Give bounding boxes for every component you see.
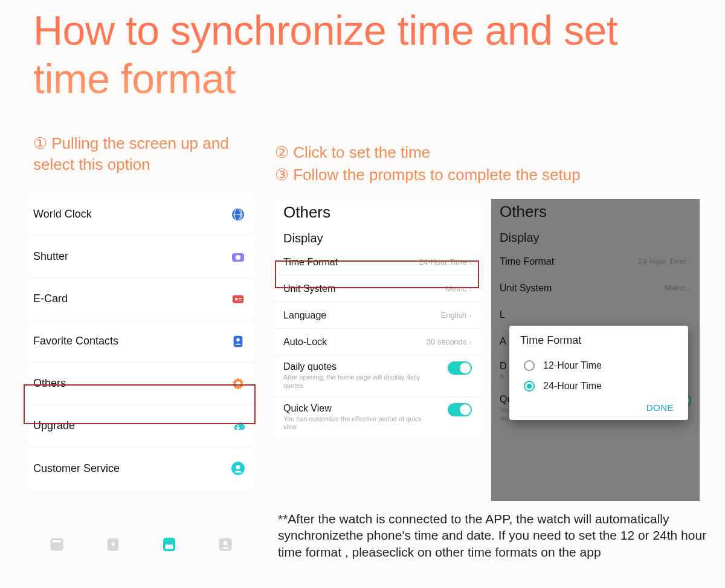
setting-language[interactable]: Language English› bbox=[275, 302, 480, 329]
settings-header-bg: Others bbox=[491, 199, 700, 222]
svg-point-18 bbox=[223, 541, 227, 545]
headset-icon bbox=[230, 460, 246, 476]
settings-header: Others bbox=[275, 199, 480, 223]
bg-row: L bbox=[491, 302, 700, 328]
svg-point-8 bbox=[236, 338, 240, 341]
step-3-text: ③ Follow the prompts to complete the set… bbox=[275, 164, 698, 186]
setting-quick-view[interactable]: Quick View You can customize the effecti… bbox=[275, 397, 480, 438]
menu-item-customer-service[interactable]: Customer Service bbox=[28, 447, 253, 489]
camera-icon bbox=[230, 249, 246, 265]
setting-label: Daily quotes bbox=[283, 361, 422, 372]
settings-section: Display bbox=[275, 223, 480, 249]
menu-item-label: Others bbox=[33, 377, 66, 390]
nav-icon-3-active[interactable] bbox=[160, 535, 178, 554]
setting-value: 30 seconds› bbox=[427, 337, 472, 347]
menu-item-world-clock[interactable]: World Clock bbox=[28, 193, 253, 236]
menu-item-label: Upgrade bbox=[33, 419, 75, 432]
dialog-option-12h[interactable]: 12-Hour Time bbox=[520, 355, 677, 376]
radio-checked-icon bbox=[524, 381, 535, 392]
chevron-right-icon: › bbox=[469, 311, 472, 320]
menu-item-label: E-Card bbox=[33, 292, 68, 305]
svg-rect-12 bbox=[50, 538, 63, 551]
setting-label: Unit System bbox=[283, 283, 335, 294]
chevron-right-icon: › bbox=[469, 337, 472, 347]
menu-item-label: World Clock bbox=[33, 208, 92, 221]
svg-rect-5 bbox=[239, 298, 242, 299]
menu-item-label: Favorite Contacts bbox=[33, 335, 118, 347]
dialog-option-label: 24-Hour Time bbox=[543, 381, 602, 392]
dialog-title: Time Format bbox=[520, 334, 677, 347]
dialog-option-24h[interactable]: 24-Hour Time bbox=[520, 376, 677, 396]
dialog-option-label: 12-Hour Time bbox=[543, 360, 602, 371]
setting-daily-quotes[interactable]: Daily quotes After opening, the home pag… bbox=[275, 355, 480, 397]
toggle-on-icon[interactable] bbox=[448, 361, 472, 375]
setting-label: Language bbox=[283, 310, 326, 321]
chevron-right-icon: › bbox=[469, 284, 472, 294]
menu-item-upgrade[interactable]: Upgrade bbox=[28, 405, 253, 447]
nav-icon-2[interactable] bbox=[104, 535, 122, 554]
setting-label: Time Format bbox=[283, 257, 338, 268]
setting-value: Metric› bbox=[445, 284, 472, 294]
settings-panel-dimmed: Others Display Time Format 24-Hour Time›… bbox=[491, 199, 700, 501]
menu-item-ecard[interactable]: E-Card bbox=[28, 278, 253, 320]
svg-point-4 bbox=[235, 297, 238, 300]
card-icon bbox=[230, 291, 246, 307]
setting-value: English› bbox=[441, 311, 472, 320]
contacts-icon bbox=[230, 334, 246, 349]
bottom-nav bbox=[28, 532, 253, 554]
settings-panel: Others Display Time Format 24-Hour Time›… bbox=[275, 199, 480, 438]
chevron-right-icon: › bbox=[469, 257, 472, 267]
svg-rect-16 bbox=[165, 544, 173, 549]
setting-desc: You can customize the effective period o… bbox=[283, 415, 422, 432]
step-2-text: ② Click to set the time bbox=[275, 142, 698, 163]
setting-label: Auto-Lock bbox=[283, 337, 327, 347]
setting-unit-system[interactable]: Unit System Metric› bbox=[275, 276, 480, 302]
menu-item-favorite-contacts[interactable]: Favorite Contacts bbox=[28, 320, 253, 363]
globe-icon bbox=[230, 207, 246, 222]
svg-rect-3 bbox=[233, 295, 243, 303]
settings-section-bg: Display bbox=[491, 222, 700, 248]
cloud-download-icon bbox=[230, 418, 246, 434]
time-format-dialog: Time Format 12-Hour Time 24-Hour Time DO… bbox=[509, 326, 688, 420]
setting-label: Quick View bbox=[283, 403, 422, 414]
svg-point-2 bbox=[236, 255, 240, 260]
nav-icon-1[interactable] bbox=[48, 535, 66, 554]
app-menu-list: World Clock Shutter E-Card Favorite Cont… bbox=[28, 193, 253, 489]
gear-icon bbox=[230, 376, 246, 392]
radio-unchecked-icon bbox=[524, 360, 535, 371]
setting-time-format[interactable]: Time Format 24-Hour Time› bbox=[275, 249, 480, 276]
nav-icon-4[interactable] bbox=[216, 535, 234, 554]
menu-item-label: Customer Service bbox=[33, 462, 120, 475]
toggle-on-icon[interactable] bbox=[448, 403, 472, 416]
menu-item-shutter[interactable]: Shutter bbox=[28, 236, 253, 278]
svg-point-9 bbox=[236, 381, 240, 386]
page-title: How to synchronize time and set time for… bbox=[33, 6, 698, 103]
step-1-text: ① Pulling the screen up and select this … bbox=[33, 133, 251, 175]
setting-value: 24-Hour Time› bbox=[419, 257, 472, 267]
dialog-done-button[interactable]: DONE bbox=[520, 396, 677, 414]
svg-point-11 bbox=[236, 465, 240, 470]
menu-item-others[interactable]: Others bbox=[28, 363, 253, 405]
setting-auto-lock[interactable]: Auto-Lock 30 seconds› bbox=[275, 329, 480, 355]
bg-row: Time Format 24-Hour Time› bbox=[491, 248, 700, 275]
svg-rect-6 bbox=[239, 299, 242, 300]
menu-item-label: Shutter bbox=[33, 250, 68, 263]
footnote-text: **After the watch is connected to the AP… bbox=[278, 511, 707, 560]
setting-desc: After opening, the home page will displa… bbox=[283, 373, 422, 390]
bg-row: Unit System Metric› bbox=[491, 275, 700, 302]
svg-rect-13 bbox=[53, 540, 61, 543]
